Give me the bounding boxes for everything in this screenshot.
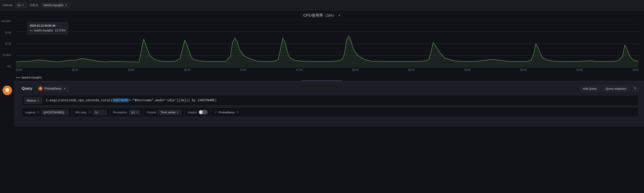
y-label-75: 75.00 xyxy=(5,31,11,34)
resolution-value: 1/1 xyxy=(131,111,135,114)
interval-label: interval xyxy=(3,4,12,7)
query-header-left: Query P Prometheus ▼ xyxy=(22,85,68,92)
min-step-input[interactable] xyxy=(93,110,106,115)
x-axis: 05:00 05:30 06:00 06:30 07:00 07:30 08:0… xyxy=(16,68,638,72)
format-select[interactable]: Time series ▼ xyxy=(158,110,181,115)
chart-title-arrow-icon[interactable]: ▼ xyxy=(338,14,341,17)
x-label-0800: 08:00 xyxy=(352,69,358,72)
format-value: Time series xyxy=(160,111,176,114)
interval-dropdown[interactable]: 1s ▼ xyxy=(15,2,27,8)
legend-line-icon xyxy=(16,77,20,78)
min-step-info-icon[interactable]: ⓘ xyxy=(88,110,91,114)
format-label: Format xyxy=(147,111,156,114)
query-expression[interactable]: 1-avg(irate(node_cpu_seconds_total{HOSTN… xyxy=(42,98,638,103)
external-link-icon: ↗ xyxy=(214,111,217,114)
chart-title-row: CPU使用率（1m） ▼ xyxy=(0,13,644,18)
query-label: Query xyxy=(22,86,32,91)
help-button[interactable]: ? xyxy=(632,85,638,92)
tooltip-series: test24-mysql01: 12.375% xyxy=(30,29,66,33)
options-row: Legend ⓘ Min step ⓘ Resolution 1/1 ▼ F xyxy=(22,107,638,117)
expr-highlight: HOSTNAME xyxy=(113,98,129,102)
resolution-label: Resolution xyxy=(113,111,127,114)
x-label-1000: 10:00 xyxy=(576,69,583,72)
prometheus-link-group: ↗ Prometheus ⓘ xyxy=(211,108,242,117)
x-label-0900: 09:00 xyxy=(464,69,470,72)
x-label-0730: 07:30 xyxy=(296,69,302,72)
x-label-0530: 05:30 xyxy=(72,69,78,72)
metrics-arrow-icon: ▼ xyxy=(37,99,39,102)
y-label-0: 0% xyxy=(8,65,11,68)
x-label-0630: 06:30 xyxy=(184,69,190,72)
resolution-option-group: Resolution 1/1 ▼ xyxy=(110,108,144,117)
x-label-0830: 08:30 xyxy=(408,69,414,72)
y-axis: 100.00% 75.00 50.00 25.00% 0% xyxy=(1,20,11,68)
datasource-label: Prometheus xyxy=(44,87,61,90)
expr-suffix: =~"$hostname",mode='idle'}[1m])) by (HOS… xyxy=(129,99,216,102)
resolution-select[interactable]: 1/1 ▼ xyxy=(129,110,140,115)
sidebar-panel xyxy=(0,81,14,127)
query-main: Query P Prometheus ▼ Add Query Query Ins… xyxy=(16,81,644,120)
query-header-right: Add Query Query Inspector ? xyxy=(579,85,638,92)
instant-toggle[interactable] xyxy=(198,110,208,114)
tooltip-series-name: test24-mysql01: xyxy=(34,29,54,33)
legend-option-group: Legend ⓘ xyxy=(22,108,72,117)
x-label-1030: 10:30 xyxy=(632,69,638,72)
resolution-arrow-icon: ▼ xyxy=(136,111,138,114)
datasource-selector[interactable]: P Prometheus ▼ xyxy=(36,85,68,92)
add-query-button[interactable]: Add Query xyxy=(579,85,600,92)
instant-label: Instant xyxy=(188,111,197,114)
host-dropdown[interactable]: test24-mysql01 ▼ xyxy=(41,2,70,8)
legend-info-icon[interactable]: ⓘ xyxy=(37,110,40,114)
query-header: Query P Prometheus ▼ Add Query Query Ins… xyxy=(22,85,638,92)
svg-marker-5 xyxy=(16,36,638,68)
tooltip-date: 2019-12-13 04:50:30 xyxy=(30,24,66,28)
prometheus-link[interactable]: Prometheus xyxy=(218,111,234,114)
min-step-label: Min step xyxy=(75,111,86,114)
min-step-option-group: Min step ⓘ xyxy=(72,108,110,117)
expr-prefix: 1-avg(irate(node_cpu_seconds_total{ xyxy=(46,99,113,102)
chart-title: CPU使用率（1m） xyxy=(303,13,336,18)
y-label-25: 25.00% xyxy=(2,54,11,56)
instant-option-group: Instant xyxy=(185,108,211,117)
x-label-0500: 05:00 xyxy=(16,69,22,72)
x-label-0700: 07:00 xyxy=(240,69,246,72)
datasource-arrow-icon: ▼ xyxy=(64,87,66,90)
y-label-100: 100.00% xyxy=(1,20,11,23)
prometheus-brand-icon: P xyxy=(38,86,42,91)
format-option-group: Format Time series ▼ xyxy=(144,108,185,117)
x-label-0930: 09:30 xyxy=(520,69,526,72)
tooltip-series-value: 12.375% xyxy=(55,29,66,33)
tooltip-series-dot xyxy=(30,31,33,31)
host-arrow-icon: ▼ xyxy=(65,4,67,6)
chart-svg xyxy=(16,20,638,68)
x-label-0600: 06:00 xyxy=(128,69,134,72)
legend-label: test24-mysql01 xyxy=(22,76,42,79)
y-label-50: 50.00 xyxy=(5,42,11,45)
metrics-row: Metrics ▼ 1-avg(irate(node_cpu_seconds_t… xyxy=(22,95,638,106)
interval-arrow-icon: ▼ xyxy=(22,4,24,6)
toggle-knob xyxy=(199,110,203,114)
legend-input[interactable] xyxy=(41,110,69,115)
top-bar: interval 1s ▼ 主机名 test24-mysql01 ▼ xyxy=(0,0,644,11)
format-arrow-icon: ▼ xyxy=(176,111,179,114)
datasource-icon[interactable] xyxy=(2,86,12,95)
chart-legend: test24-mysql01 xyxy=(0,74,644,79)
prometheus-info-icon[interactable]: ⓘ xyxy=(236,110,239,114)
host-label: 主机名 xyxy=(30,3,38,7)
metrics-button[interactable]: Metrics ▼ xyxy=(24,97,42,104)
chart-container: CPU使用率（1m） ▼ 100.00% 75.00 50.00 25.00% … xyxy=(0,11,644,81)
chart-wrap: 100.00% 75.00 50.00 25.00% 0% 2019-12-13… xyxy=(16,20,638,74)
chart-tooltip: 2019-12-13 04:50:30 test24-mysql01: 12.3… xyxy=(27,22,68,34)
legend-option-label: Legend xyxy=(25,111,35,114)
query-inspector-button[interactable]: Query Inspector xyxy=(602,85,630,92)
